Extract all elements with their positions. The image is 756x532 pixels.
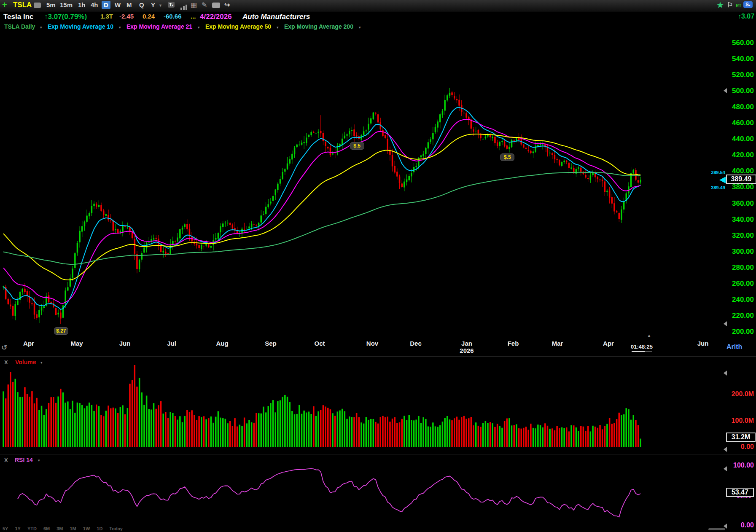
pane-divider[interactable] (0, 454, 756, 454)
price-tick-label: 240.00 (724, 296, 754, 304)
candlestick-series[interactable] (3, 88, 641, 324)
price-tick-label: 340.00 (724, 215, 754, 224)
month-label: Jun (694, 340, 712, 347)
trading-app: + TSLA 5m 15m 1h 4h D W M Q Y ▾ T▾ ▦ ✎ ↪… (0, 0, 756, 532)
year-label: 2026 (457, 347, 476, 354)
price-tick-label: 220.00 (724, 312, 754, 320)
scale-arrow-icon (724, 371, 727, 376)
month-label: Apr (599, 340, 618, 347)
range-selector-bar: 5Y 1Y YTD 6M 3M 1M 1W 1D Today (3, 526, 123, 531)
month-label: Oct (310, 340, 329, 347)
volume-tick-label: 100.0M (724, 417, 754, 425)
price-tick-label: 320.00 (724, 231, 754, 240)
range-ytd[interactable]: YTD (27, 526, 37, 531)
earnings-badge[interactable]: $.5 (350, 142, 364, 150)
price-tick-label: 360.00 (724, 199, 754, 208)
rsi-tick-label: 0.00 (724, 521, 754, 529)
volume-tick-label: 200.0M (724, 390, 754, 398)
month-label: Mar (548, 340, 567, 347)
rsi-line (18, 469, 640, 517)
last-price-arrow-icon (719, 177, 726, 183)
range-3m[interactable]: 3M (56, 526, 63, 531)
session-countdown: 01:48:25 (631, 344, 653, 350)
month-label: Feb (504, 340, 522, 347)
price-tick-label: 520.00 (724, 71, 754, 79)
scroll-right-icon[interactable]: ▲ (647, 333, 651, 338)
price-tick-label: 480.00 (724, 103, 754, 111)
month-label: Dec (406, 340, 425, 347)
volume-bars[interactable] (3, 362, 641, 447)
month-label: Aug (213, 340, 231, 347)
last-price-box: 389.49 (726, 175, 756, 184)
rsi-close-button[interactable]: X (4, 457, 8, 463)
price-tick-label: 260.00 (724, 279, 754, 288)
reset-view-icon[interactable]: ↺ (1, 343, 7, 352)
rsi-value-box: 53.47 (726, 488, 754, 497)
volume-tick-label: 0.00 (724, 443, 754, 451)
price-tick-label: 500.00 (724, 87, 754, 95)
rsi-caret-icon[interactable]: ▾ (38, 458, 40, 462)
price-tick-label: 560.00 (724, 39, 754, 47)
earnings-badge[interactable]: $.27 (54, 327, 68, 335)
month-label: Nov (363, 340, 382, 347)
month-label: Jun (116, 340, 134, 347)
ask-price-label: 389.54 (700, 170, 725, 175)
rsi-tick-label: 100.00 (724, 462, 754, 469)
range-1y[interactable]: 1Y (15, 526, 20, 531)
bid-price-label: 389.49 (700, 185, 725, 190)
month-label: May (67, 340, 86, 347)
month-label: Jan (457, 340, 476, 347)
rsi-pane-title[interactable]: RSI 14 (15, 457, 33, 463)
range-1d[interactable]: 1D (97, 526, 102, 531)
price-tick-label: 380.00 (724, 183, 754, 191)
price-tick-label: 540.00 (724, 55, 754, 63)
month-label: Sep (261, 340, 280, 347)
scale-arrow-icon (724, 88, 727, 93)
chart-canvas[interactable] (0, 0, 756, 532)
volume-pane-title[interactable]: Volume (15, 359, 36, 365)
scale-arrow-icon (724, 321, 727, 326)
pane-divider[interactable] (0, 356, 756, 357)
scale-mode-label[interactable]: Arith (726, 343, 742, 351)
month-label: Jul (162, 340, 181, 347)
price-tick-label: 300.00 (724, 247, 754, 256)
countdown-progress (632, 351, 652, 352)
range-1w[interactable]: 1W (83, 526, 90, 531)
volume-value-box: 31.2M (726, 433, 756, 442)
price-tick-label: 420.00 (724, 151, 754, 159)
price-tick-label: 460.00 (724, 119, 754, 127)
price-tick-label: 280.00 (724, 263, 754, 272)
volume-caret-icon[interactable]: ▾ (40, 360, 43, 365)
range-1m[interactable]: 1M (70, 526, 76, 531)
horizontal-scrollbar-thumb[interactable] (708, 528, 725, 530)
range-5y[interactable]: 5Y (3, 526, 8, 531)
month-label: Apr (19, 340, 38, 347)
range-6m[interactable]: 6M (43, 526, 50, 531)
price-tick-label: 440.00 (724, 135, 754, 143)
price-tick-label: 200.00 (724, 328, 754, 336)
range-today[interactable]: Today (109, 526, 123, 531)
volume-close-button[interactable]: X (4, 359, 8, 365)
earnings-badge[interactable]: $.5 (500, 153, 514, 161)
